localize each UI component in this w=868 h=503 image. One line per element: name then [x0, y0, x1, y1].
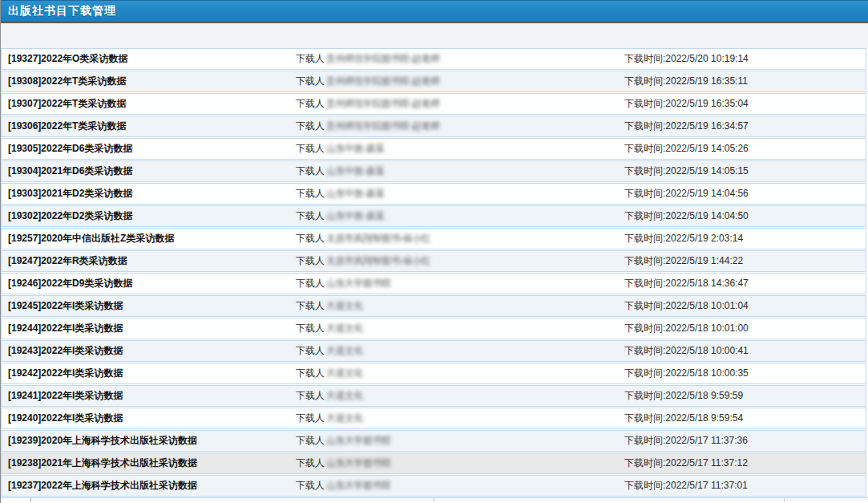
download-list-item[interactable]: [19302]2022年D2类采访数据 下载人 山东中医-聂某 下载时间:202…: [1, 205, 866, 227]
download-list-item[interactable]: [19246]2022年D9类采访数据 下载人 山东大学图书馆 下载时间:202…: [1, 273, 866, 294]
download-title-link[interactable]: [19306]2022年T类采访数据: [2, 120, 296, 133]
download-title-link[interactable]: [19239]2020年上海科学技术出版社采访数据: [2, 434, 296, 448]
download-time: 下载时间:2022/5/18 9:59:59: [624, 389, 866, 403]
download-time: 下载时间:2022/5/18 9:59:54: [624, 412, 866, 425]
downloader-cell: 下载人 山东中医-聂某: [296, 164, 624, 178]
downloader-label: 下载人: [296, 299, 325, 313]
download-title-link[interactable]: [19246]2022年D9类采访数据: [2, 277, 296, 290]
partial-cell-checkbox-col: [1, 498, 31, 501]
downloader-label: 下载人: [296, 344, 325, 358]
downloader-name-redacted: 大道文化: [326, 299, 363, 313]
partial-cell-downloader-col: [434, 498, 785, 501]
download-title-link[interactable]: [19245]2022年I类采访数据: [2, 299, 296, 313]
download-management-page: 出版社书目下载管理 [19327]2022年O类采访数据 下载人 贵州师范学院图…: [0, 0, 868, 503]
downloader-label: 下载人: [296, 322, 325, 335]
downloader-name-redacted: 大道文化: [326, 367, 363, 380]
download-time: 下载时间:2022/5/19 2:03:14: [624, 232, 866, 245]
downloader-label: 下载人: [296, 232, 325, 245]
download-list-item[interactable]: [19237]2022年上海科学技术出版社采访数据 下载人 山东大学图书馆 下载…: [1, 475, 866, 497]
partial-cell-title-col: [31, 498, 434, 501]
download-list-item[interactable]: [19244]2022年I类采访数据 下载人 大道文化 下载时间:2022/5/…: [1, 318, 866, 339]
download-time: 下载时间:2022/5/19 16:34:57: [624, 120, 866, 133]
page-title: 出版社书目下载管理: [8, 4, 116, 18]
download-title-link[interactable]: [19304]2021年D6类采访数据: [2, 164, 296, 178]
downloader-label: 下载人: [296, 434, 325, 448]
downloader-label: 下载人: [296, 187, 325, 201]
downloader-name-redacted: 贵州师范学院图书馆-赵老师: [326, 75, 440, 88]
downloader-label: 下载人: [296, 367, 325, 380]
download-list: [19327]2022年O类采访数据 下载人 贵州师范学院图书馆-赵老师 下载时…: [1, 48, 868, 497]
downloader-cell: 下载人 太原市凤翔智图书-侯小红: [296, 232, 624, 245]
downloader-label: 下载人: [296, 52, 325, 66]
download-title-link[interactable]: [19241]2022年I类采访数据: [2, 389, 296, 403]
download-list-item[interactable]: [19242]2022年I类采访数据 下载人 大道文化 下载时间:2022/5/…: [1, 363, 866, 384]
downloader-cell: 下载人 大道文化: [296, 367, 624, 380]
downloader-label: 下载人: [296, 254, 325, 268]
download-list-item[interactable]: [19305]2022年D6类采访数据 下载人 山东中医-聂某 下载时间:202…: [1, 138, 866, 160]
download-list-item[interactable]: [19307]2022年T类采访数据 下载人 贵州师范学院图书馆-赵老师 下载时…: [1, 93, 866, 115]
partial-cell-time-col: [785, 498, 868, 501]
downloader-label: 下载人: [296, 75, 325, 88]
download-title-link[interactable]: [19244]2022年I类采访数据: [2, 322, 296, 335]
download-time: 下载时间:2022/5/18 10:01:00: [624, 322, 866, 335]
download-title-link[interactable]: [19308]2022年T类采访数据: [2, 75, 296, 88]
downloader-cell: 下载人 大道文化: [296, 344, 624, 358]
downloader-name-redacted: 大道文化: [326, 389, 363, 403]
download-time: 下载时间:2022/5/19 14:04:50: [624, 209, 866, 223]
download-title-link[interactable]: [19307]2022年T类采访数据: [2, 97, 296, 111]
downloader-label: 下载人: [296, 479, 325, 493]
downloader-name-redacted: 大道文化: [326, 344, 363, 358]
download-time: 下载时间:2022/5/20 10:19:14: [624, 52, 866, 66]
download-list-item[interactable]: [19245]2022年I类采访数据 下载人 大道文化 下载时间:2022/5/…: [1, 295, 866, 317]
downloader-cell: 下载人 贵州师范学院图书馆-赵老师: [296, 75, 624, 88]
next-table-row-partial: [1, 497, 868, 501]
download-list-item[interactable]: [19238]2021年上海科学技术出版社采访数据 下载人 山东大学图书馆 下载…: [1, 452, 866, 474]
download-time: 下载时间:2022/5/17 11:37:12: [624, 456, 866, 470]
download-list-item[interactable]: [19247]2022年R类采访数据 下载人 太原市凤翔智图书-侯小红 下载时间…: [1, 250, 866, 272]
downloader-name-redacted: 山东大学图书馆: [326, 277, 391, 290]
downloader-name-redacted: 山东大学图书馆: [326, 434, 391, 448]
download-list-item[interactable]: [19304]2021年D6类采访数据 下载人 山东中医-聂某 下载时间:202…: [1, 160, 866, 182]
download-title-link[interactable]: [19257]2020年中信出版社Z类采访数据: [2, 232, 296, 245]
downloader-cell: 下载人 太原市凤翔智图书-侯小红: [296, 254, 624, 268]
download-title-link[interactable]: [19303]2021年D2类采访数据: [2, 187, 296, 201]
download-title-link[interactable]: [19327]2022年O类采访数据: [2, 52, 296, 66]
downloader-label: 下载人: [296, 209, 325, 223]
downloader-name-redacted: 贵州师范学院图书馆-赵老师: [326, 52, 440, 66]
download-time: 下载时间:2022/5/17 11:37:01: [624, 479, 866, 493]
download-time: 下载时间:2022/5/19 1:44:22: [624, 254, 866, 268]
download-list-item[interactable]: [19306]2022年T类采访数据 下载人 贵州师范学院图书馆-赵老师 下载时…: [1, 116, 866, 137]
download-title-link[interactable]: [19243]2022年I类采访数据: [2, 344, 296, 358]
downloader-label: 下载人: [296, 277, 325, 290]
download-title-link[interactable]: [19242]2022年I类采访数据: [2, 367, 296, 380]
downloader-label: 下载人: [296, 456, 325, 470]
download-list-item[interactable]: [19327]2022年O类采访数据 下载人 贵州师范学院图书馆-赵老师 下载时…: [1, 48, 866, 70]
subheader-spacer: [1, 23, 868, 48]
download-time: 下载时间:2022/5/18 10:00:41: [624, 344, 866, 358]
download-list-item[interactable]: [19243]2022年I类采访数据 下载人 大道文化 下载时间:2022/5/…: [1, 340, 866, 362]
downloader-name-redacted: 山东大学图书馆: [326, 456, 391, 470]
downloader-name-redacted: 贵州师范学院图书馆-赵老师: [326, 120, 440, 133]
download-list-item[interactable]: [19303]2021年D2类采访数据 下载人 山东中医-聂某 下载时间:202…: [1, 183, 866, 205]
downloader-cell: 下载人 山东大学图书馆: [296, 434, 624, 448]
download-list-item[interactable]: [19308]2022年T类采访数据 下载人 贵州师范学院图书馆-赵老师 下载时…: [1, 71, 866, 92]
download-title-link[interactable]: [19237]2022年上海科学技术出版社采访数据: [2, 479, 296, 493]
download-list-item[interactable]: [19257]2020年中信出版社Z类采访数据 下载人 太原市凤翔智图书-侯小红…: [1, 228, 866, 249]
download-title-link[interactable]: [19247]2022年R类采访数据: [2, 254, 296, 268]
downloader-cell: 下载人 山东大学图书馆: [296, 456, 624, 470]
downloader-cell: 下载人 山东中医-聂某: [296, 142, 624, 156]
download-title-link[interactable]: [19240]2022年I类采访数据: [2, 412, 296, 425]
downloader-name-redacted: 山东大学图书馆: [326, 479, 391, 493]
downloader-name-redacted: 山东中医-聂某: [326, 209, 385, 223]
download-list-item[interactable]: [19240]2022年I类采访数据 下载人 大道文化 下载时间:2022/5/…: [1, 408, 866, 429]
download-list-item[interactable]: [19241]2022年I类采访数据 下载人 大道文化 下载时间:2022/5/…: [1, 385, 866, 407]
download-title-link[interactable]: [19302]2022年D2类采访数据: [2, 209, 296, 223]
download-list-item[interactable]: [19239]2020年上海科学技术出版社采访数据 下载人 山东大学图书馆 下载…: [1, 430, 866, 452]
downloader-cell: 下载人 山东中医-聂某: [296, 209, 624, 223]
download-title-link[interactable]: [19238]2021年上海科学技术出版社采访数据: [2, 456, 296, 470]
download-time: 下载时间:2022/5/18 10:01:04: [624, 299, 866, 313]
download-title-link[interactable]: [19305]2022年D6类采访数据: [2, 142, 296, 156]
download-time: 下载时间:2022/5/18 14:36:47: [624, 277, 866, 290]
downloader-cell: 下载人 山东大学图书馆: [296, 479, 624, 493]
downloader-label: 下载人: [296, 412, 325, 425]
